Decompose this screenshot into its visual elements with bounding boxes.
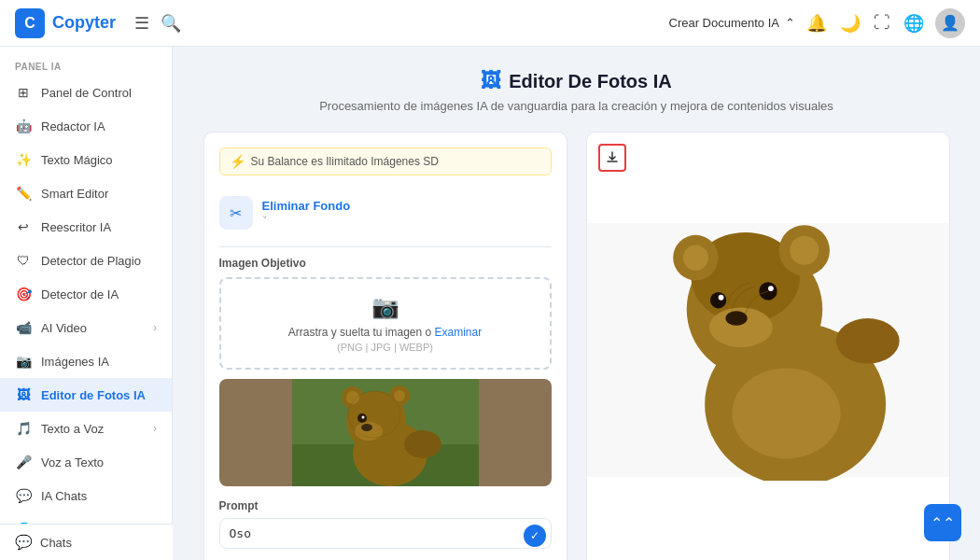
prompt-input-wrap: Oso ✓ bbox=[219, 518, 552, 553]
sidebar-item-label: Panel de Control bbox=[41, 86, 132, 100]
page-subtitle: Procesamiento de imágenes IA de vanguard… bbox=[195, 99, 958, 113]
sidebar-item-label: Reescritor IA bbox=[41, 220, 111, 234]
shield-icon: 🛡 bbox=[15, 252, 32, 269]
rewrite-icon: ↩ bbox=[15, 218, 32, 235]
svg-point-12 bbox=[404, 430, 441, 458]
language-icon[interactable]: 🌐 bbox=[903, 13, 924, 34]
sidebar-item-redactor-ia[interactable]: 🤖 Redactor IA bbox=[0, 109, 172, 143]
chevron-right-icon: › bbox=[153, 321, 157, 334]
result-bear-svg bbox=[587, 219, 949, 481]
bottom-chats-bar[interactable]: 💬 Chats bbox=[0, 524, 173, 560]
svg-point-29 bbox=[835, 318, 899, 364]
svg-point-24 bbox=[718, 295, 723, 301]
sidebar-item-label: Editor de Fotos IA bbox=[41, 388, 146, 402]
examinar-link[interactable]: Examinar bbox=[435, 326, 483, 339]
sidebar-item-label: IA Chats bbox=[41, 489, 87, 503]
uploaded-image bbox=[219, 379, 552, 486]
chats-bottom-icon: 💬 bbox=[15, 534, 33, 551]
chat-icon: 💬 bbox=[15, 487, 32, 504]
sidebar-item-label: Texto a Voz bbox=[41, 422, 104, 436]
left-panel: ⚡ Su Balance es Ilimitado Imágenes SD ✂ … bbox=[203, 132, 567, 560]
header-left-icons: ☰ 🔍 bbox=[134, 13, 181, 34]
sidebar: PANEL IA ⊞ Panel de Control 🤖 Redactor I… bbox=[0, 47, 173, 560]
crear-documento-button[interactable]: Crear Documento IA ⌃ bbox=[669, 16, 796, 30]
lightning-icon: ⚡ bbox=[230, 154, 245, 169]
download-icon bbox=[606, 151, 619, 164]
chevron-right-icon-2: › bbox=[153, 422, 157, 435]
sidebar-item-texto-voz[interactable]: 🎵 Texto a Voz › bbox=[0, 412, 172, 445]
imagen-objetivo-label: Imagen Objetivo bbox=[219, 257, 552, 270]
tool-info: Eliminar Fondo ˅ bbox=[262, 199, 351, 227]
sidebar-item-smart-editor[interactable]: ✏️ Smart Editor bbox=[0, 176, 172, 210]
magic-icon: ✨ bbox=[15, 151, 32, 168]
logo-letter: C bbox=[24, 15, 35, 32]
upload-text: Arrastra y suelta tu imagen o Examinar bbox=[236, 326, 535, 339]
tool-arrow: ˅ bbox=[262, 215, 351, 227]
tool-name: Eliminar Fondo bbox=[262, 199, 351, 213]
send-icon: ✓ bbox=[530, 529, 539, 542]
robot-icon: 🤖 bbox=[15, 118, 32, 134]
sidebar-item-texto-magico[interactable]: ✨ Texto Mágico bbox=[0, 143, 172, 176]
prompt-label: Prompt bbox=[219, 499, 552, 512]
sidebar-item-ia-chats[interactable]: 💬 IA Chats bbox=[0, 479, 172, 512]
sidebar-item-label: Imágenes IA bbox=[41, 355, 109, 369]
result-image-container bbox=[587, 133, 949, 560]
prompt-input[interactable]: Oso bbox=[219, 518, 552, 549]
sidebar-item-label: Detector de Plagio bbox=[41, 254, 141, 268]
main-content: 🖼 Editor De Fotos IA Procesamiento de im… bbox=[173, 47, 980, 560]
header-right: Crear Documento IA ⌃ 🔔 🌙 ⛶ 🌐 👤 bbox=[669, 8, 966, 38]
main-layout: PANEL IA ⊞ Panel de Control 🤖 Redactor I… bbox=[0, 47, 980, 560]
panel-ia-label: PANEL IA bbox=[0, 54, 172, 76]
svg-point-23 bbox=[709, 292, 725, 308]
upload-camera-icon: 📷 bbox=[236, 294, 535, 320]
target-icon: 🎯 bbox=[15, 286, 32, 302]
sidebar-item-editor-fotos-ia[interactable]: 🖼 Editor de Fotos IA bbox=[0, 378, 172, 412]
sidebar-item-imagenes-ia[interactable]: 📷 Imágenes IA bbox=[0, 344, 172, 378]
chats-bottom-label: Chats bbox=[40, 536, 72, 550]
crear-doc-chevron: ⌃ bbox=[785, 16, 795, 30]
header: C Copyter ☰ 🔍 Crear Documento IA ⌃ 🔔 🌙 ⛶… bbox=[0, 0, 980, 47]
svg-point-5 bbox=[361, 424, 372, 431]
search-icon[interactable]: 🔍 bbox=[161, 13, 181, 34]
content-grid: ⚡ Su Balance es Ilimitado Imágenes SD ✂ … bbox=[203, 132, 950, 560]
chevron-up-icon: ⌃⌃ bbox=[931, 514, 955, 532]
page-title-text: Editor De Fotos IA bbox=[509, 71, 671, 92]
balance-text: Su Balance es Ilimitado Imágenes SD bbox=[251, 155, 439, 168]
sidebar-item-detector-plagio[interactable]: 🛡 Detector de Plagio bbox=[0, 244, 172, 277]
cut-icon: ✂ bbox=[230, 204, 242, 222]
moon-icon[interactable]: 🌙 bbox=[840, 13, 861, 34]
right-panel bbox=[586, 132, 950, 560]
avatar-icon: 👤 bbox=[941, 14, 959, 32]
svg-point-20 bbox=[725, 311, 747, 326]
avatar[interactable]: 👤 bbox=[935, 8, 965, 38]
download-button[interactable] bbox=[598, 144, 626, 172]
logo[interactable]: C Copyter bbox=[15, 8, 116, 38]
eliminar-fondo-item[interactable]: ✂ Eliminar Fondo ˅ bbox=[219, 189, 552, 237]
notification-icon[interactable]: 🔔 bbox=[806, 13, 827, 34]
bear-thumbnail-svg bbox=[219, 379, 552, 486]
prompt-send-button[interactable]: ✓ bbox=[524, 525, 546, 547]
prompt-section: Prompt Oso ✓ bbox=[219, 499, 552, 553]
balance-badge: ⚡ Su Balance es Ilimitado Imágenes SD bbox=[219, 147, 552, 175]
dashboard-icon: ⊞ bbox=[15, 84, 32, 101]
fullscreen-icon[interactable]: ⛶ bbox=[874, 13, 890, 33]
sidebar-item-label: Voz a Texto bbox=[41, 455, 104, 469]
photo-edit-icon: 🖼 bbox=[15, 386, 32, 403]
sidebar-item-detector-ia[interactable]: 🎯 Detector de IA bbox=[0, 277, 172, 311]
sidebar-item-voz-texto[interactable]: 🎤 Voz a Texto bbox=[0, 445, 172, 479]
svg-point-9 bbox=[346, 391, 359, 404]
sidebar-item-ai-video[interactable]: 📹 AI Video › bbox=[0, 311, 172, 344]
page-title-icon: 🖼 bbox=[481, 69, 501, 93]
svg-point-22 bbox=[768, 286, 774, 291]
sidebar-item-panel-control[interactable]: ⊞ Panel de Control bbox=[0, 76, 172, 109]
header-action-icons: 🔔 🌙 ⛶ 🌐 bbox=[806, 13, 924, 34]
sidebar-item-reescritor-ia[interactable]: ↩ Reescritor IA bbox=[0, 210, 172, 244]
sidebar-item-label: Smart Editor bbox=[41, 187, 108, 201]
sidebar-item-label: AI Video bbox=[41, 321, 87, 335]
svg-point-28 bbox=[682, 245, 707, 270]
upload-zone[interactable]: 📷 Arrastra y suelta tu imagen o Examinar… bbox=[219, 277, 552, 370]
scroll-top-button[interactable]: ⌃⌃ bbox=[924, 504, 961, 541]
eliminar-fondo-icon-box: ✂ bbox=[219, 196, 253, 230]
audio-icon: 🎵 bbox=[15, 420, 32, 437]
menu-icon[interactable]: ☰ bbox=[134, 13, 149, 34]
